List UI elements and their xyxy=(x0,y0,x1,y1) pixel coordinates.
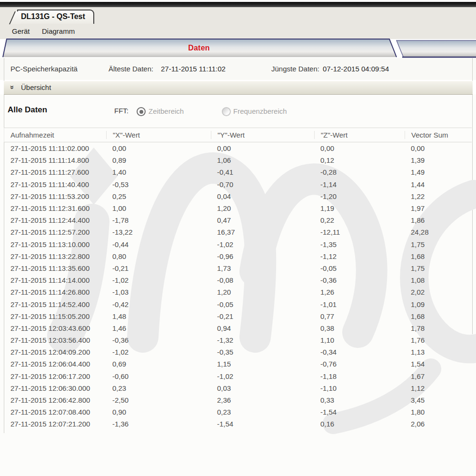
cell-timestamp: 27-11-2015 11:14:14.000 xyxy=(4,276,106,284)
table-row[interactable]: 27-11-2015 11:11:02.0000,000,000,000,00 xyxy=(4,142,472,154)
table-body: 27-11-2015 11:11:02.0000,000,000,000,002… xyxy=(4,142,472,430)
cell-value: 1,06 xyxy=(211,156,314,164)
tab-daten-label[interactable]: Daten xyxy=(0,44,398,52)
cell-value: 0,23 xyxy=(106,384,211,392)
table-row[interactable]: 27-11-2015 12:06:30.0000,230,03-1,101,12 xyxy=(4,382,472,394)
table-row[interactable]: 27-11-2015 12:07:08.4000,900,23-1,541,80 xyxy=(4,406,472,418)
table-row[interactable]: 27-11-2015 11:15:05.2001,48-0,210,771,68 xyxy=(4,310,472,322)
cell-value: 3,45 xyxy=(405,396,472,404)
cell-timestamp: 27-11-2015 12:03:43.600 xyxy=(4,324,106,332)
cell-timestamp: 27-11-2015 11:11:53.200 xyxy=(4,192,106,200)
table-header-row: Aufnahmezeit"X"-Wert"Y"-Wert"Z"-WertVect… xyxy=(4,128,472,142)
table-row[interactable]: 27-11-2015 12:03:43.6001,460,940,381,78 xyxy=(4,322,472,334)
cell-value: -12,11 xyxy=(314,228,405,236)
cell-value: 0,12 xyxy=(314,156,405,164)
cell-value: -0,08 xyxy=(211,276,314,284)
cell-value: 0,16 xyxy=(314,420,405,428)
oldest-data-label: Älteste Daten: xyxy=(109,65,153,73)
document-tab-label: DL131G - QS-Test xyxy=(21,12,85,21)
table-row[interactable]: 27-11-2015 12:06:17.200-0,60-1,02-1,181,… xyxy=(4,370,472,382)
cell-value: -0,41 xyxy=(211,168,314,176)
column-header[interactable]: "Z"-Wert xyxy=(314,131,405,139)
document-tab[interactable]: DL131G - QS-Test xyxy=(17,10,94,24)
cell-value: 24,28 xyxy=(405,228,472,236)
cell-value: -1,02 xyxy=(106,276,211,284)
cell-value: -0,42 xyxy=(106,300,211,308)
table-row[interactable]: 27-11-2015 11:14:14.000-1,02-0,08-0,361,… xyxy=(4,274,472,286)
menu-item-diagramm[interactable]: Diagramm xyxy=(42,27,75,35)
cell-value: 16,37 xyxy=(211,228,314,236)
table-row[interactable]: 27-11-2015 11:12:44.400-1,780,470,221,86 xyxy=(4,214,472,226)
cell-timestamp: 27-11-2015 11:11:27.600 xyxy=(4,168,106,176)
cell-value: 1,68 xyxy=(405,252,472,260)
window-title-bar xyxy=(0,2,476,7)
cell-timestamp: 27-11-2015 11:11:14.800 xyxy=(4,156,106,164)
cell-value: 1,80 xyxy=(405,408,472,416)
cell-timestamp: 27-11-2015 11:12:57.200 xyxy=(4,228,106,236)
cell-timestamp: 27-11-2015 11:13:35.600 xyxy=(4,264,106,272)
tab-next-shape[interactable] xyxy=(397,40,476,57)
table-row[interactable]: 27-11-2015 11:14:26.800-1,031,201,262,02 xyxy=(4,286,472,298)
cell-value: 0,00 xyxy=(106,144,211,152)
column-header[interactable]: Aufnahmezeit xyxy=(4,131,106,139)
cell-value: -0,53 xyxy=(106,180,211,188)
table-row[interactable]: 27-11-2015 12:06:42.800-2,502,360,333,45 xyxy=(4,394,472,406)
cell-value: -1,36 xyxy=(106,420,211,428)
cell-value: -1,12 xyxy=(314,252,405,260)
column-header[interactable]: "Y"-Wert xyxy=(211,131,314,139)
pc-capacity-label: PC-Speicherkapazitä xyxy=(10,65,78,73)
newest-data-label: Jüngste Daten: xyxy=(271,65,319,73)
cell-value: 0,25 xyxy=(106,192,211,200)
cell-value: -1,18 xyxy=(314,372,405,380)
table-row[interactable]: 27-11-2015 11:13:35.600-0,211,73-0,051,7… xyxy=(4,262,472,274)
table-row[interactable]: 27-11-2015 12:03:56.400-0,36-1,321,101,7… xyxy=(4,334,472,346)
menu-bar: Gerät Diagramm xyxy=(0,24,476,38)
cell-value: 1,97 xyxy=(405,204,472,212)
cell-value: -0,76 xyxy=(314,360,405,368)
cell-value: 2,36 xyxy=(211,396,314,404)
cell-value: 1,76 xyxy=(405,336,472,344)
menu-item-geraet[interactable]: Gerät xyxy=(12,27,30,35)
cell-value: 0,89 xyxy=(106,156,211,164)
cell-value: -1,02 xyxy=(106,348,211,356)
cell-value: -1,03 xyxy=(106,288,211,296)
cell-value: 1,73 xyxy=(211,264,314,272)
cell-timestamp: 27-11-2015 11:12:44.400 xyxy=(4,216,106,224)
cell-timestamp: 27-11-2015 12:07:08.400 xyxy=(4,408,106,416)
table-row[interactable]: 27-11-2015 12:06:04.4000,691,15-0,761,54 xyxy=(4,358,472,370)
table-row[interactable]: 27-11-2015 11:11:40.400-0,53-0,70-1,141,… xyxy=(4,178,472,190)
cell-value: 0,00 xyxy=(211,144,314,152)
table-row[interactable]: 27-11-2015 11:11:14.8000,891,060,121,39 xyxy=(4,154,472,166)
table-row[interactable]: 27-11-2015 11:13:22.8000,80-0,96-1,121,6… xyxy=(4,250,472,262)
overview-toggle-bar[interactable]: » Übersicht xyxy=(4,81,473,95)
fft-label: FFT: xyxy=(114,107,129,115)
table-row[interactable]: 27-11-2015 12:07:21.200-1,36-1,540,162,0… xyxy=(4,418,472,430)
cell-timestamp: 27-11-2015 11:14:52.400 xyxy=(4,300,106,308)
table-row[interactable]: 27-11-2015 11:12:31.6001,001,201,191,97 xyxy=(4,202,472,214)
cell-value: 0,80 xyxy=(106,252,211,260)
cell-value: 2,06 xyxy=(405,420,472,428)
column-header[interactable]: "X"-Wert xyxy=(106,131,211,139)
column-header[interactable]: Vector Sum xyxy=(405,131,472,139)
cell-value: 1,26 xyxy=(314,288,405,296)
cell-value: 0,00 xyxy=(405,144,472,152)
table-row[interactable]: 27-11-2015 11:12:57.200-13,2216,37-12,11… xyxy=(4,226,472,238)
cell-value: 1,39 xyxy=(405,156,472,164)
cell-value: 0,94 xyxy=(211,324,314,332)
cell-timestamp: 27-11-2015 12:06:42.800 xyxy=(4,396,106,404)
table-row[interactable]: 27-11-2015 11:13:10.000-0,44-1,02-1,351,… xyxy=(4,238,472,250)
cell-value: 1,75 xyxy=(405,240,472,248)
cell-value: 1,46 xyxy=(106,324,211,332)
cell-value: -0,96 xyxy=(211,252,314,260)
table-row[interactable]: 27-11-2015 11:14:52.400-0,42-0,05-1,011,… xyxy=(4,298,472,310)
table-row[interactable]: 27-11-2015 12:04:09.200-1,02-0,35-0,341,… xyxy=(4,346,472,358)
cell-timestamp: 27-11-2015 12:07:21.200 xyxy=(4,420,106,428)
table-row[interactable]: 27-11-2015 11:11:53.2000,250,04-1,201,22 xyxy=(4,190,472,202)
cell-value: -0,44 xyxy=(106,240,211,248)
cell-value: -1,02 xyxy=(211,372,314,380)
table-row[interactable]: 27-11-2015 11:11:27.6001,40-0,41-0,281,4… xyxy=(4,166,472,178)
cell-value: -1,10 xyxy=(314,384,405,392)
cell-timestamp: 27-11-2015 12:06:30.000 xyxy=(4,384,106,392)
cell-value: 1,15 xyxy=(211,360,314,368)
cell-value: -1,02 xyxy=(211,240,314,248)
